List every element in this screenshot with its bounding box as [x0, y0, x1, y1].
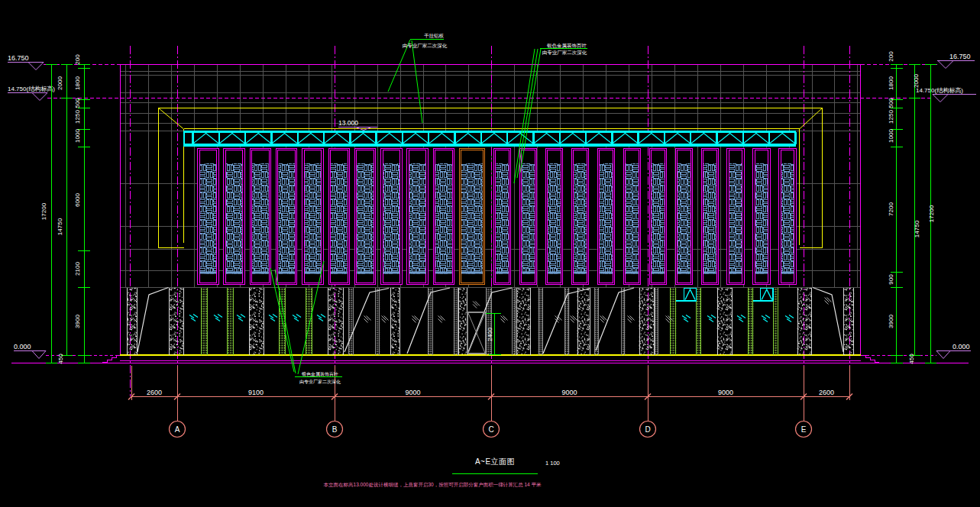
svg-text:14750: 14750	[914, 220, 920, 237]
svg-text:16.750: 16.750	[949, 53, 971, 60]
svg-text:0.000: 0.000	[14, 343, 31, 350]
svg-text:14.750(结构标高): 14.750(结构标高)	[8, 86, 55, 92]
svg-text:9000: 9000	[561, 389, 577, 396]
svg-text:3900: 3900	[888, 315, 894, 328]
svg-text:450: 450	[57, 354, 64, 364]
svg-text:A: A	[175, 425, 180, 434]
svg-text:1250: 1250	[74, 110, 81, 124]
svg-text:2000: 2000	[913, 74, 920, 88]
svg-text:14.750(结构标高): 14.750(结构标高)	[916, 87, 963, 94]
svg-text:A~E立面图: A~E立面图	[475, 457, 515, 466]
svg-text:200: 200	[74, 54, 81, 65]
svg-text:1800: 1800	[74, 76, 81, 90]
svg-text:D: D	[645, 425, 650, 434]
svg-text:3900: 3900	[74, 315, 81, 328]
svg-text:13.000: 13.000	[338, 119, 358, 127]
svg-text:2600: 2600	[147, 389, 162, 396]
svg-text:500: 500	[74, 98, 81, 108]
svg-text:17200: 17200	[928, 205, 935, 222]
svg-text:900: 900	[888, 274, 894, 285]
svg-text:E: E	[801, 425, 807, 434]
svg-text:1 100: 1 100	[545, 460, 560, 467]
svg-text:1000: 1000	[74, 129, 81, 143]
svg-text:2400: 2400	[487, 328, 493, 341]
svg-text:由专业厂家二次深化: 由专业厂家二次深化	[299, 379, 341, 385]
svg-text:0.000: 0.000	[953, 343, 970, 350]
svg-text:7200: 7200	[888, 202, 894, 216]
svg-text:1800: 1800	[888, 76, 894, 90]
svg-text:500: 500	[888, 98, 894, 108]
svg-text:由专业厂家二次深化: 由专业厂家二次深化	[403, 43, 448, 49]
svg-text:银色金属装饰百叶: 银色金属装饰百叶	[301, 371, 338, 377]
svg-text:干挂铝板: 干挂铝板	[424, 33, 445, 39]
svg-text:9000: 9000	[405, 389, 420, 396]
svg-text:9000: 9000	[718, 389, 733, 396]
svg-text:2000: 2000	[57, 76, 63, 90]
svg-text:14750: 14750	[57, 218, 63, 235]
svg-text:200: 200	[888, 51, 894, 62]
svg-text:银色金属装饰百叶: 银色金属装饰百叶	[546, 43, 587, 48]
svg-text:1250: 1250	[888, 110, 894, 124]
svg-text:450: 450	[908, 354, 915, 364]
svg-text:2600: 2600	[819, 389, 834, 396]
svg-text:本立面在标高13.000处设计横细缝，上悬窗开启30，按照可: 本立面在标高13.000处设计横细缝，上悬窗开启30，按照可开启部分窗户面积一律…	[324, 482, 542, 488]
svg-text:1000: 1000	[888, 129, 894, 143]
svg-text:B: B	[332, 425, 338, 434]
svg-text:9100: 9100	[248, 389, 264, 396]
svg-text:2100: 2100	[74, 262, 81, 276]
svg-text:17200: 17200	[40, 202, 47, 220]
svg-text:C: C	[488, 425, 493, 434]
svg-text:由专业厂家二次深化: 由专业厂家二次深化	[542, 50, 587, 56]
svg-text:6000: 6000	[74, 193, 81, 207]
svg-text:16.750: 16.750	[8, 54, 29, 62]
